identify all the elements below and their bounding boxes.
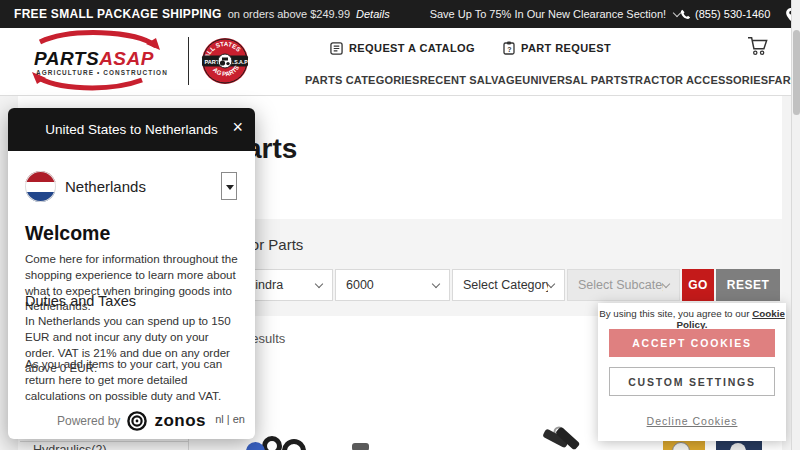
- catalog-icon: [330, 42, 343, 55]
- phone-link[interactable]: (855) 530-1460: [680, 8, 770, 20]
- welcome-heading: Welcome: [25, 222, 110, 245]
- phone-icon: [680, 9, 691, 20]
- scrollbar-thumb[interactable]: [793, 30, 800, 115]
- modal-header: United States to Netherlands ×: [8, 108, 255, 151]
- country-name: Netherlands: [65, 178, 146, 195]
- logo-area[interactable]: PARTSASAP AGRICULTURE • CONSTRUCTION ALL…: [16, 32, 249, 90]
- chevron-down-icon: [547, 279, 555, 287]
- page-scrollbar[interactable]: [791, 0, 800, 450]
- nav-tractor-accessories[interactable]: TRACTOR ACCESSORIES: [628, 74, 768, 86]
- part-request-label: PART REQUEST: [521, 42, 611, 54]
- reset-button[interactable]: RESET: [716, 269, 780, 301]
- chevron-down-icon: [315, 279, 323, 287]
- product-image-seal-kit[interactable]: [246, 436, 308, 450]
- nav-parts-categories[interactable]: PARTS CATEGORIES: [305, 74, 420, 86]
- site-header: PARTSASAP AGRICULTURE • CONSTRUCTION ALL…: [0, 28, 791, 96]
- cart-button[interactable]: [747, 36, 769, 60]
- logo-tagline: AGRICULTURE • CONSTRUCTION: [36, 69, 168, 76]
- details-link[interactable]: Details: [356, 8, 390, 20]
- logo-asap-text: ASAP: [99, 48, 154, 69]
- decline-cookies-link[interactable]: Decline Cookies: [598, 415, 786, 427]
- all-states-ag-parts-badge-icon[interactable]: ALL STATES PARTS A.S.A.P AG PARTS: [201, 37, 249, 85]
- accept-cookies-button[interactable]: ACCEPT COOKIES: [609, 329, 775, 357]
- zonos-country-modal: United States to Netherlands × Netherlan…: [8, 108, 255, 439]
- top-promo-bar: FREE SMALL PACKAGE SHIPPING on orders ab…: [0, 0, 791, 28]
- phone-number: (855) 530-1460: [695, 8, 770, 20]
- request-catalog-label: REQUEST A CATALOG: [349, 42, 475, 54]
- product-image-keys[interactable]: [533, 426, 587, 450]
- model-select-value: 6000: [346, 278, 433, 292]
- request-catalog-link[interactable]: REQUEST A CATALOG: [330, 42, 475, 55]
- custom-settings-button[interactable]: CUSTOM SETTINGS: [609, 367, 775, 396]
- logo-wordmark: PARTSASAP: [34, 48, 154, 70]
- country-select-dropdown[interactable]: [221, 172, 237, 200]
- modal-title: United States to Netherlands: [45, 122, 218, 137]
- logo-divider: [188, 37, 189, 85]
- clipboard-icon: ?: [503, 41, 515, 55]
- header-quick-links: REQUEST A CATALOG ? PART REQUEST: [330, 38, 769, 58]
- partsasap-logo[interactable]: PARTSASAP AGRICULTURE • CONSTRUCTION: [16, 32, 176, 90]
- model-select[interactable]: 6000: [335, 269, 450, 301]
- keys-icon: [533, 426, 587, 450]
- category-select-value: Select Category: [463, 278, 548, 292]
- cookie-message: By using this site, you agree to our Coo…: [598, 308, 786, 330]
- cookie-message-text: By using this site, you agree to our: [599, 308, 752, 319]
- part-request-link[interactable]: ? PART REQUEST: [503, 41, 611, 55]
- logo-parts-text: PARTS: [34, 48, 99, 69]
- topbar-utility-links: (855) 530-1460 Locations ? Help Sign In: [680, 7, 800, 22]
- chevron-down-icon: [432, 279, 440, 287]
- cookie-consent-banner: By using this site, you agree to our Coo…: [598, 303, 786, 441]
- product-image-gauge[interactable]: [663, 440, 705, 450]
- clearance-banner[interactable]: Save Up To 75% In Our New Clearance Sect…: [430, 8, 680, 20]
- dropdown-arrow-icon: [226, 185, 234, 190]
- duties-taxes-heading: Duties and Taxes: [25, 293, 136, 309]
- product-image-small-part[interactable]: [352, 443, 369, 450]
- svg-text:?: ?: [507, 46, 512, 53]
- sidebar-item-hydraulics[interactable]: Hydraulics(2): [33, 443, 107, 450]
- netherlands-flag-icon: [25, 171, 56, 202]
- oring-icon: [282, 439, 306, 450]
- main-navigation: PARTS CATEGORIES RECENT SALVAGE UNIVERSA…: [305, 68, 769, 92]
- part-disc-icon: [730, 443, 746, 450]
- zonos-wordmark: zonos: [154, 411, 206, 431]
- category-select[interactable]: Select Category: [452, 269, 565, 301]
- subcategory-select-value: Select Subcategory: [578, 278, 663, 292]
- nav-recent-salvage[interactable]: RECENT SALVAGE: [420, 74, 523, 86]
- cart-info-paragraph: As you add items to your cart, you can r…: [25, 356, 239, 403]
- product-image-boxed-part[interactable]: [716, 440, 762, 450]
- shipping-promo-condition: on orders above $249.99: [228, 8, 350, 20]
- shipping-promo-title: FREE SMALL PACKAGE SHIPPING: [14, 7, 222, 21]
- powered-by-label: Powered by: [57, 414, 120, 428]
- close-icon[interactable]: ×: [232, 118, 243, 136]
- locale-switcher[interactable]: nl | en: [215, 413, 245, 425]
- subcategory-select-disabled[interactable]: Select Subcategory: [567, 269, 680, 301]
- chevron-down-icon: [662, 279, 670, 287]
- shipping-promo: FREE SMALL PACKAGE SHIPPING on orders ab…: [14, 7, 390, 21]
- clearance-text: Save Up To 75% In Our New Clearance Sect…: [430, 8, 666, 20]
- go-button[interactable]: GO: [682, 269, 714, 301]
- sidebar-item-divider: [20, 441, 188, 442]
- cart-icon: [747, 36, 769, 56]
- nav-universal-parts[interactable]: UNIVERSAL PARTS: [522, 74, 628, 86]
- zonos-logo-icon: [127, 411, 147, 431]
- gauge-dial-icon: [672, 442, 690, 450]
- oring-icon: [262, 436, 282, 450]
